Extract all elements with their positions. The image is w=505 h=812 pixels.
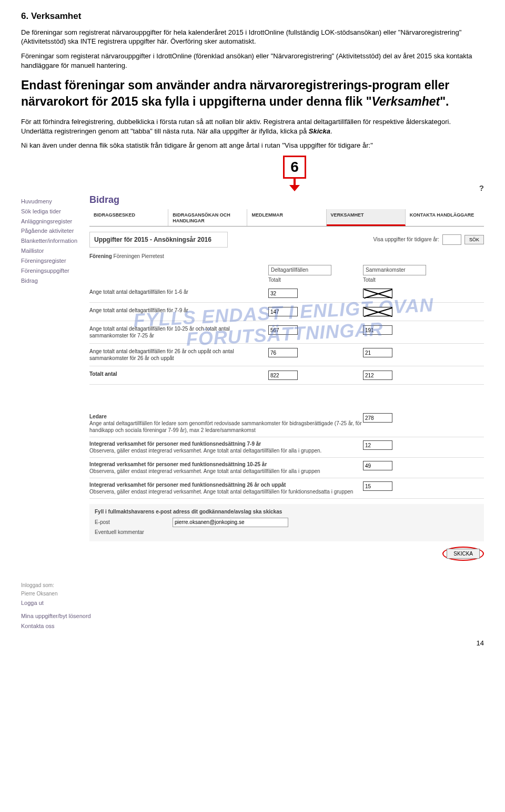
deltagar-input-26[interactable] bbox=[268, 348, 298, 357]
col-header-deltagar: Deltagartillfällen bbox=[268, 265, 331, 275]
para-3-b: Skicka bbox=[309, 127, 330, 135]
tab-bar: BIDRAGSBESKED BIDRAGSANSÖKAN OCH HANDLIN… bbox=[89, 209, 484, 227]
block-title: Ledare bbox=[89, 414, 107, 419]
int-7-9-input[interactable] bbox=[363, 440, 392, 450]
sidebar-item-huvudmeny[interactable]: Huvudmeny bbox=[21, 198, 89, 205]
logged-in-label: Inloggad som: bbox=[21, 582, 89, 589]
prev-year-label: Visa uppgifter för tidigare år: bbox=[373, 236, 439, 243]
prev-year-input[interactable] bbox=[442, 234, 461, 245]
samman-total bbox=[363, 371, 392, 380]
tab-ansokan[interactable]: BIDRAGSANSÖKAN OCH HANDLINGAR bbox=[168, 209, 247, 226]
uppgifter-label: Uppgifter för 2015 - Ansökningsår 2016 bbox=[89, 232, 228, 248]
para-emphasis-ital: Verksamhet bbox=[372, 95, 440, 108]
row-desc: Ange totalt antal deltagartillfällen för… bbox=[89, 289, 268, 295]
tab-medlemmar[interactable]: MEDLEMMAR bbox=[247, 209, 326, 226]
logout-link[interactable]: Logga ut bbox=[21, 599, 89, 607]
tab-kontakta[interactable]: KONTAKTA HANDLÄGGARE bbox=[406, 209, 484, 226]
col-sub-totalt-1: Totalt bbox=[268, 275, 363, 285]
samman-input-26[interactable] bbox=[363, 348, 392, 357]
para-3-c: . bbox=[330, 127, 332, 135]
callout-number: 6 bbox=[283, 156, 306, 179]
block-title: Integrerad verksamhet för personer med f… bbox=[89, 441, 261, 447]
sidebar: Huvudmeny Sök lediga tider Anläggningsre… bbox=[21, 193, 89, 632]
deltagar-input-1-6[interactable] bbox=[268, 289, 298, 298]
sidebar-item-bidrag[interactable]: Bidrag bbox=[21, 277, 89, 285]
para-3: För att förhindra felregistrering, dubbe… bbox=[21, 117, 484, 136]
forening-line: Förening Föreningen Pierretest bbox=[89, 253, 484, 260]
block-int-10-25: Integrerad verksamhet för personer med f… bbox=[89, 458, 484, 478]
samman-input-7-25[interactable] bbox=[363, 325, 392, 335]
table-row: Ange totalt antal deltagartillfällen för… bbox=[89, 284, 484, 303]
col-header-samman: Sammankomster bbox=[363, 265, 426, 275]
para-emphasis-end: ". bbox=[440, 95, 449, 108]
email-heading: Fyll i fullmaktshavarens e-post adress d… bbox=[95, 508, 479, 516]
block-title: Integrerad verksamhet för personer med f… bbox=[89, 482, 286, 488]
row-desc: Ange totalt antal deltagartillfällen för… bbox=[89, 325, 268, 339]
table-row-total: Totalt antal bbox=[89, 366, 484, 385]
block-int-26: Integrerad verksamhet för personer med f… bbox=[89, 478, 484, 499]
submit-button[interactable]: SKICKA bbox=[447, 549, 480, 559]
contact-link[interactable]: Kontakta oss bbox=[21, 622, 89, 630]
skicka-highlight: SKICKA bbox=[442, 547, 484, 561]
table-row: Ange totalt antal deltagartillfällen för… bbox=[89, 303, 484, 321]
col-sub-totalt-2: Totalt bbox=[363, 275, 458, 285]
help-icon[interactable]: ? bbox=[479, 183, 484, 193]
forening-value: Föreningen Pierretest bbox=[114, 253, 164, 259]
block-body: Ange antal deltagartillfällen för ledare… bbox=[89, 420, 362, 433]
sidebar-item-foreningsuppg[interactable]: Föreningsuppgifter bbox=[21, 267, 89, 275]
sidebar-item-maillistor[interactable]: Maillistor bbox=[21, 247, 89, 255]
block-ledare: LedareAnge antal deltagartillfällen för … bbox=[89, 410, 484, 437]
sidebar-item-anlagg[interactable]: Anläggningsregister bbox=[21, 218, 89, 225]
block-int-7-9: Integrerad verksamhet för personer med f… bbox=[89, 437, 484, 458]
row-desc: Ange totalt antal deltagartillfällen för… bbox=[89, 348, 268, 362]
tab-verksamhet[interactable]: VERKSAMHET bbox=[327, 209, 406, 226]
table-row: Ange totalt antal deltagartillfällen för… bbox=[89, 344, 484, 366]
cross-icon bbox=[363, 307, 392, 316]
block-body: Observera, gäller endast integrerad verk… bbox=[89, 448, 321, 454]
email-input[interactable] bbox=[173, 518, 288, 527]
sidebar-item-forening[interactable]: Föreningsregister bbox=[21, 257, 89, 265]
para-4: Ni kan även under denna flik söka statis… bbox=[21, 141, 484, 150]
total-label: Totalt antal bbox=[89, 371, 268, 377]
forening-label: Förening bbox=[89, 253, 112, 259]
page-number: 14 bbox=[21, 639, 484, 648]
logged-in-user: Pierre Oksanen bbox=[21, 590, 89, 598]
deltagar-input-7-9[interactable] bbox=[268, 307, 298, 316]
cross-icon bbox=[363, 289, 392, 298]
block-title: Integrerad verksamhet för personer med f… bbox=[89, 461, 267, 467]
para-3-a: För att förhindra felregistrering, dubbe… bbox=[21, 118, 451, 135]
int-26-input[interactable] bbox=[363, 481, 392, 491]
sidebar-item-blanketter[interactable]: Blanketter/information bbox=[21, 237, 89, 245]
para-2: Föreningar som registerat närvarouppgift… bbox=[21, 52, 484, 70]
ledare-input[interactable] bbox=[363, 413, 392, 423]
comment-label: Eventuell kommentar bbox=[95, 529, 168, 536]
email-section: Fyll i fullmaktshavarens e-post adress d… bbox=[89, 504, 484, 541]
table-row: Ange totalt antal deltagartillfällen för… bbox=[89, 321, 484, 344]
my-info-link[interactable]: Mina uppgifter/byt lösenord bbox=[21, 612, 89, 620]
sidebar-item-pagaende[interactable]: Pågående aktiviteter bbox=[21, 227, 89, 235]
row-desc: Ange totalt antal deltagartillfällen för… bbox=[89, 307, 268, 314]
page-title: Bidrag bbox=[89, 193, 484, 206]
section-heading: 6. Verksamhet bbox=[21, 11, 484, 23]
search-button[interactable]: SÖK bbox=[464, 235, 484, 244]
deltagar-total bbox=[268, 371, 298, 380]
block-body: Observera, gäller endast integrerad verk… bbox=[89, 489, 353, 495]
email-label: E-post bbox=[95, 519, 168, 526]
tab-bidragsbesked[interactable]: BIDRAGSBESKED bbox=[89, 209, 168, 226]
arrow-down-icon bbox=[291, 179, 298, 190]
sidebar-item-sok[interactable]: Sök lediga tider bbox=[21, 208, 89, 215]
deltagar-input-10-25[interactable] bbox=[268, 325, 298, 335]
para-emphasis: Endast föreningar som använder andra när… bbox=[21, 77, 484, 110]
int-10-25-input[interactable] bbox=[363, 461, 392, 470]
para-1: De föreningar som registrerat närvaroupp… bbox=[21, 28, 484, 46]
block-body: Observera, gäller endast integrerad verk… bbox=[89, 468, 320, 474]
